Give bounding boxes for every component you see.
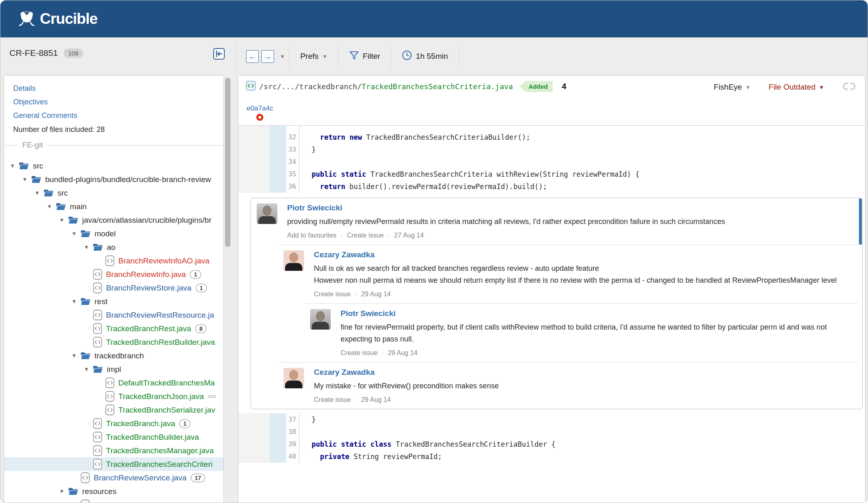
comment-action-link[interactable]: Add to favourites	[287, 232, 336, 239]
tree-row[interactable]: ▼trackedbranch	[4, 349, 223, 362]
disclosure-icon[interactable]: ▼	[71, 298, 81, 305]
tree-row[interactable]: TrackedBranchJson.java	[4, 390, 223, 403]
add-comment-gutter[interactable]	[270, 450, 286, 463]
sidebar-link-details[interactable]: Details	[4, 81, 223, 95]
comment: Cezary ZawadkaMy mistake - for withRevie…	[251, 362, 862, 409]
code-file-icon	[105, 377, 115, 388]
tree-row[interactable]: TrackedBranchRest.java8	[4, 322, 223, 335]
disclosure-icon[interactable]: ▼	[59, 488, 68, 494]
sidebar-link-objectives[interactable]: Objectives	[4, 95, 223, 108]
disclosure-icon[interactable]: ▼	[71, 231, 81, 237]
comment-action-link[interactable]: Create issue	[341, 349, 378, 357]
previous-file-button[interactable]: ←	[246, 50, 259, 63]
tree-row[interactable]	[4, 498, 223, 503]
tree-label: main	[70, 202, 87, 211]
line-number: 34	[286, 156, 299, 168]
comment-count-badge: 8	[195, 324, 207, 333]
file-nav-dropdown-icon[interactable]: ▼	[280, 53, 285, 60]
sidebar-link-general-comments[interactable]: General Comments	[4, 108, 223, 122]
comment-author-link[interactable]: Piotr Swiecicki	[287, 203, 852, 212]
file-comment-count: 4	[562, 82, 566, 91]
annotation-ring-marker	[256, 114, 263, 121]
add-comment-gutter[interactable]	[270, 180, 286, 193]
disclosure-icon[interactable]: ▼	[35, 190, 44, 196]
footer-dot: ·	[382, 349, 384, 357]
unlink-icon[interactable]	[842, 81, 856, 93]
disclosure-icon[interactable]: ▼	[47, 203, 56, 210]
comment-content: Piotr Swiecickiproviding null/empty revi…	[287, 203, 852, 239]
crucible-logo[interactable]: Crucible	[18, 9, 97, 28]
comment-body: My mistake - for withReview() preconditi…	[314, 380, 852, 392]
tree-row[interactable]: TrackedBranchBuilder.java	[4, 430, 223, 444]
time-spent-button[interactable]: 1h 55min	[391, 37, 458, 75]
filter-button[interactable]: Filter	[338, 37, 391, 75]
prefs-dropdown[interactable]: Prefs ▼	[290, 37, 338, 75]
code-file-icon	[93, 431, 102, 443]
comment-author-link[interactable]: Piotr Swiecicki	[341, 309, 852, 318]
tree-row[interactable]: BranchReviewStore.java1	[4, 281, 223, 295]
revision-link[interactable]: e0a7a4c	[246, 104, 273, 113]
tree-row[interactable]: ▼main	[4, 200, 223, 213]
tree-row[interactable]: TrackedBranchesSearchCriteri	[4, 457, 223, 471]
disclosure-icon[interactable]: ▼	[59, 217, 68, 223]
file-outdated-dropdown[interactable]: File Outdated ▼	[769, 83, 824, 92]
line-number: 39	[286, 438, 299, 450]
tree-row[interactable]: BranchReviewInfo.java1	[4, 268, 223, 281]
comment-action-link[interactable]: Create issue	[314, 396, 351, 404]
add-comment-gutter[interactable]	[270, 168, 286, 180]
comment-author-link[interactable]: Cezary Zawadka	[314, 368, 852, 377]
tree-row[interactable]: TrackedBranchRestBuilder.java	[4, 335, 223, 349]
disclosure-icon[interactable]: ▼	[71, 353, 81, 359]
tree-label: BranchReviewService.java	[94, 473, 186, 482]
file-nav-toolbar: ← → ▼ Prefs ▼ Filter	[246, 37, 459, 75]
code-file-icon	[93, 337, 102, 348]
footer-dot: ·	[388, 232, 390, 239]
tree-row[interactable]: BranchReviewRestResource.ja	[4, 308, 223, 322]
comment-action-link[interactable]: Create issue	[314, 291, 351, 298]
fisheye-dropdown[interactable]: FishEye ▼	[714, 83, 751, 92]
avatar[interactable]	[310, 309, 331, 330]
tree-label: src	[58, 189, 68, 198]
tree-label: DefaultTrackedBranchesMa	[118, 378, 215, 388]
code-file-icon	[93, 418, 102, 429]
disclosure-icon[interactable]: ▼	[84, 366, 93, 372]
tree-row[interactable]: ▼src	[4, 159, 223, 173]
tree-row[interactable]: BranchReviewInfoAO.java	[4, 254, 223, 268]
next-file-button[interactable]: →	[261, 50, 274, 63]
add-comment-gutter[interactable]	[270, 426, 286, 438]
avatar[interactable]	[283, 368, 304, 388]
sidebar-scrollbar-thumb[interactable]	[225, 78, 230, 247]
comment-action-link[interactable]: Create issue	[347, 232, 384, 239]
tree-row[interactable]: ▼rest	[4, 295, 223, 308]
add-comment-gutter[interactable]	[270, 143, 286, 156]
add-comment-gutter[interactable]	[270, 413, 286, 426]
tree-row[interactable]: ▼model	[4, 227, 223, 240]
avatar[interactable]	[283, 250, 304, 271]
tree-label: TrackedBranchRestBuilder.java	[106, 338, 215, 347]
tree-row[interactable]: TrackedBranchSerializer.jav	[4, 403, 223, 417]
tree-row[interactable]: BranchReviewService.java17	[4, 471, 223, 485]
tree-row[interactable]: ▼java/com/atlassian/crucible/plugins/br	[4, 213, 223, 227]
add-comment-gutter[interactable]	[270, 131, 286, 143]
tree-row[interactable]: ▼resources	[4, 485, 223, 498]
collapse-sidebar-button[interactable]	[212, 47, 226, 60]
tree-row[interactable]: TrackedBranch.java1	[4, 417, 223, 430]
review-toolbar: CR-FE-8851 109 ← → ▼ Prefs ▼	[0, 37, 868, 75]
tree-row[interactable]: ▼bundled-plugins/bundled/crucible-branch…	[4, 173, 223, 186]
disclosure-icon[interactable]: ▼	[10, 163, 19, 169]
folder-icon	[68, 216, 78, 224]
avatar[interactable]	[257, 203, 277, 224]
line-number: 36	[286, 180, 299, 193]
code-file-icon	[93, 282, 102, 293]
disclosure-icon[interactable]: ▼	[22, 176, 31, 182]
disclosure-icon[interactable]: ▼	[84, 244, 93, 250]
tree-row[interactable]: DefaultTrackedBranchesMa	[4, 376, 223, 390]
add-comment-gutter[interactable]	[270, 438, 286, 450]
tree-row[interactable]: ▼ao	[4, 240, 223, 254]
tree-row[interactable]: TrackedBranchesManager.java	[4, 444, 223, 457]
add-comment-gutter[interactable]	[270, 156, 286, 168]
tree-row[interactable]: ▼impl	[4, 362, 223, 376]
add-comment-gutter[interactable]	[270, 126, 286, 131]
comment-author-link[interactable]: Cezary Zawadka	[314, 250, 852, 259]
tree-row[interactable]: ▼src	[4, 186, 223, 200]
